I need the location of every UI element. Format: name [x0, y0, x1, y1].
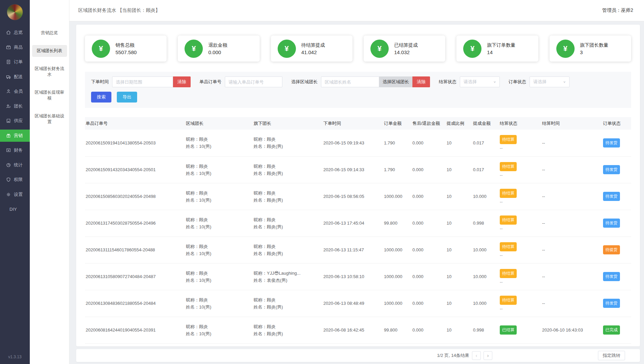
settle-extra: --: [500, 199, 539, 204]
table-row: 20200613174503028750554-20496 昵称：顾炎 姓名：1…: [85, 210, 631, 236]
clear-date-button[interactable]: 清除: [173, 76, 191, 87]
cell-refund: 0.000: [412, 183, 446, 210]
sidebar-item-supply[interactable]: 供应: [0, 115, 30, 127]
cell-sub-leader: 昵称：顾炎 姓名：顾炎(男): [253, 343, 323, 346]
sidebar-item-members[interactable]: 会员: [0, 85, 30, 97]
sidebar-item-overview[interactable]: 总览: [0, 26, 30, 39]
name-label: 姓名：: [186, 144, 199, 149]
clear-leader-button[interactable]: 清除: [412, 76, 430, 87]
money-bag-icon: ¥: [92, 40, 110, 58]
submenu-item-leader-list[interactable]: 区域团长列表: [32, 45, 67, 57]
cell-amount: 1000.000: [383, 236, 412, 263]
sidebar-item-delivery[interactable]: 配送: [0, 71, 30, 83]
export-button[interactable]: 导出: [117, 92, 137, 103]
stat-value: 14.032: [394, 49, 418, 56]
order-status-badge: 待发货: [603, 219, 620, 228]
sidebar-item-stats[interactable]: 统计: [0, 159, 30, 171]
cell-order-no: 20200613084836021880554-20484: [85, 290, 185, 317]
search-button[interactable]: 搜索: [91, 92, 111, 103]
sidebar-item-goods[interactable]: 商品: [0, 41, 30, 53]
settle-status-label: 结算状态: [439, 79, 456, 85]
order-status-badge: 待发货: [603, 138, 620, 147]
order-list-icon: [6, 59, 11, 65]
cell-settle-status: 待结算 --: [499, 183, 541, 210]
sidebar-item-finance[interactable]: 财务: [0, 144, 30, 156]
settle-extra: --: [500, 306, 539, 311]
table-row: 20200615085603020240554-20498 昵称：顾炎 姓名：1…: [85, 183, 631, 210]
item-order-input[interactable]: [225, 76, 282, 87]
cell-ratio: 10: [446, 210, 472, 236]
submenu-item-leader-basic-settings[interactable]: 区域团长基础设置: [32, 110, 67, 128]
leader-nick: 顾炎: [199, 217, 208, 222]
leader-name-input[interactable]: [321, 76, 379, 87]
select-leader-label: 选择区域团长: [291, 79, 318, 85]
leader-name: 10(男): [199, 171, 211, 176]
cell-ratio: 10: [446, 130, 472, 156]
cell-order-no: 20200608163718080300554-20388: [85, 343, 185, 346]
settle-status-select[interactable]: 请选择∨: [460, 76, 500, 87]
cell-commission: 10.000: [472, 263, 499, 290]
prev-page-button[interactable]: ‹: [472, 351, 481, 360]
submenu-item-leader-finance-flow[interactable]: 区域团长财务流水: [32, 63, 67, 81]
cell-amount: 99.800: [383, 210, 412, 236]
cell-settle-time: 2020-06-10 16:43:03: [541, 317, 602, 343]
cell-refund: 0.000: [412, 236, 446, 263]
settle-status-badge: 待结算: [500, 242, 517, 251]
submenu-item-marketing-overview[interactable]: 营销总览: [32, 27, 67, 39]
col-amount: 订单金额: [383, 117, 412, 130]
table-body: 20200615091941041380554-20503 昵称：顾炎 姓名：1…: [85, 130, 631, 346]
cell-order-time: 2020-06-13 17:45:04: [323, 210, 383, 236]
item-order-label: 单品订单号: [199, 79, 221, 85]
cell-settle-status: 待结算 --: [499, 130, 541, 156]
submenu-item-leader-withdraw-audit[interactable]: 区域团长提现审核: [32, 87, 67, 104]
sub-leader-name: 顾炎(男): [267, 304, 283, 310]
sidebar-item-diy[interactable]: DIY: [0, 203, 30, 215]
orders-table: 单品订单号 区域团长 旗下团长 下单时间 订单金额 售后/退款金额 提成比例 提…: [85, 117, 631, 346]
date-range-input[interactable]: [112, 76, 173, 87]
name-label: 姓名：: [186, 278, 199, 283]
nick-label: 昵称：: [186, 137, 199, 142]
select-leader-button[interactable]: 选择区域团长: [379, 76, 412, 87]
main-sidebar: 总览 商品 订单 配送 会员 团长 供应 营销 财务 统计 权限 设置: [0, 0, 30, 364]
cell-commission: 10.000: [472, 183, 499, 210]
cell-region-leader: 昵称：顾炎 姓名：10(男): [185, 343, 253, 346]
cell-ratio: 10: [446, 183, 472, 210]
cell-region-leader: 昵称：顾炎 姓名：10(男): [185, 156, 253, 183]
sub-leader-name: 顾炎(男): [267, 331, 283, 336]
cell-commission: 10.000: [472, 290, 499, 317]
order-status-select[interactable]: 请选择∨: [530, 76, 570, 87]
order-number: 20200613105809072740484-20487: [86, 274, 156, 279]
col-settle-status: 结算状态: [499, 117, 541, 130]
cell-amount: 1000.000: [383, 290, 412, 317]
settle-status-badge: 待结算: [500, 215, 517, 225]
sidebar-item-leaders[interactable]: 团长: [0, 100, 30, 112]
sidebar-item-permissions[interactable]: 权限: [0, 174, 30, 186]
cell-order-time: 2020-06-15 08:56:05: [323, 183, 383, 210]
sidebar-item-settings[interactable]: 设置: [0, 188, 30, 201]
cell-order-time: 2020-06-13 11:15:47: [323, 236, 383, 263]
app-version: v1.3.13: [0, 355, 30, 359]
sub-leader-name: 顾炎(男): [267, 251, 283, 256]
nick-label: 昵称：: [254, 244, 267, 249]
cell-order-status: 待发货: [602, 263, 631, 290]
goto-page-button[interactable]: 指定跳转: [598, 351, 625, 360]
sub-leader-name: 顾炎(男): [267, 224, 283, 229]
order-number: 20200613174503028750554-20496: [86, 221, 156, 226]
cell-amount: 99.800: [383, 317, 412, 343]
sidebar-item-marketing[interactable]: 营销: [0, 130, 30, 142]
cell-order-no: 20200615091432034340554-20501: [85, 156, 185, 183]
nick-label: 昵称：: [186, 271, 199, 276]
sidebar-item-label: 营销: [14, 133, 23, 139]
cell-refund: 0.000: [412, 156, 446, 183]
settings-gear-icon: [6, 192, 11, 197]
cell-region-leader: 昵称：顾炎 姓名：10(男): [185, 183, 253, 210]
cell-ratio: 10: [446, 343, 472, 346]
leader-nick: 顾炎: [199, 137, 208, 142]
cell-amount: 1000.000: [383, 183, 412, 210]
next-page-button[interactable]: ›: [484, 351, 492, 360]
sub-leader-name: 顾炎(男): [267, 198, 283, 203]
sub-leader-nick: YJJ😎Laughing...: [267, 271, 301, 276]
nick-label: 昵称：: [186, 297, 199, 302]
cell-settle-time: --: [541, 290, 602, 317]
sidebar-item-orders[interactable]: 订单: [0, 56, 30, 68]
